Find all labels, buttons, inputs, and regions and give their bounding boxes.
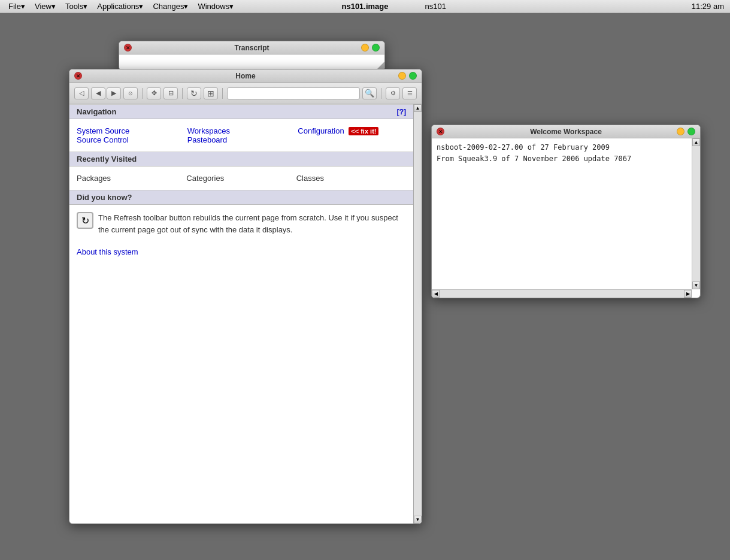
- address-bar[interactable]: [227, 87, 360, 99]
- scrollbar-down-button[interactable]: ▼: [414, 516, 422, 523]
- navigation-label: Navigation: [77, 107, 116, 116]
- recently-visited-grid: Packages Categories Classes: [69, 167, 413, 190]
- home-title: Home: [235, 72, 255, 80]
- did-you-know-header: Did you know?: [69, 190, 413, 205]
- transcript-body: [119, 55, 384, 71]
- forward-button[interactable]: ▶: [107, 87, 121, 99]
- menubar: File▾ View▾ Tools▾ Applications▾ Changes…: [0, 0, 730, 13]
- transcript-maximize-button[interactable]: [372, 44, 380, 52]
- menubar-time: 11:29 am: [692, 2, 724, 11]
- welcome-workspace-window: ✕ Welcome Workspace nsboot-2009-02-27.00…: [431, 125, 701, 298]
- menu-file[interactable]: File▾: [4, 2, 30, 11]
- home-traffic-lights: ✕: [74, 72, 82, 80]
- welcome-minimize-button[interactable]: [677, 128, 684, 135]
- welcome-traffic-lights: ✕: [437, 128, 444, 135]
- welcome-scroll-left[interactable]: ◀: [432, 290, 440, 298]
- welcome-scroll-right[interactable]: ▶: [684, 290, 692, 298]
- welcome-content[interactable]: nsboot-2009-02-27.00 of 27 February 2009…: [432, 138, 700, 284]
- nav-system-source[interactable]: System Source: [77, 126, 129, 135]
- transcript-title-bar: ✕ Transcript: [119, 41, 384, 55]
- nav-system-source-group: System Source Source Control: [77, 126, 185, 144]
- toolbar-sep-3: [222, 88, 223, 99]
- home-button[interactable]: ⊙: [123, 87, 138, 99]
- scrollbar-up-button[interactable]: ▲: [414, 104, 422, 112]
- transcript-window: ✕ Transcript: [119, 41, 385, 71]
- did-you-know-content: ↻ The Refresh toolbar button rebuilds th…: [69, 205, 413, 243]
- nav-source-control[interactable]: Source Control: [77, 135, 129, 144]
- home-scrollbar: ▲ ▼: [413, 104, 422, 523]
- transcript-traffic-lights: ✕: [124, 44, 132, 52]
- stop-button[interactable]: ◁: [74, 87, 89, 99]
- nav-buttons: ◀ ▶: [91, 87, 121, 99]
- about-system-link[interactable]: About this system: [77, 247, 138, 256]
- refresh-icon: ↻: [77, 212, 93, 229]
- welcome-line2: From Squeak3.9 of 7 November 2006 update…: [437, 153, 692, 165]
- navigation-section-header: Navigation [?]: [69, 104, 413, 119]
- welcome-scrollbar-v: ▲ ▼: [692, 138, 700, 289]
- col-classes: Classes: [296, 174, 406, 183]
- settings-button[interactable]: ⚙: [386, 87, 400, 99]
- nav-configuration[interactable]: Configuration: [298, 126, 344, 135]
- nav-workspaces[interactable]: Workspaces: [187, 126, 230, 135]
- toolbar-sep-1: [142, 88, 143, 99]
- did-you-know-label: Did you know?: [77, 193, 132, 202]
- welcome-scroll-up[interactable]: ▲: [692, 138, 700, 146]
- toolbar-sep-4: [381, 88, 381, 99]
- home-window: ✕ Home ◁ ◀ ▶ ⊙ ✥ ⊟ ↻ ⊞ 🔍 ⚙ ☰ Naviga: [69, 69, 422, 524]
- welcome-window-controls: [677, 128, 695, 135]
- home-close-button[interactable]: ✕: [74, 72, 82, 80]
- toolbar-sep-2: [182, 88, 183, 99]
- recently-visited-header: Recently Visited: [69, 152, 413, 167]
- menubar-title: ns101.image: [341, 2, 388, 11]
- prefs-button[interactable]: ☰: [402, 87, 417, 99]
- refresh-button[interactable]: ↻: [187, 87, 201, 99]
- welcome-close-button[interactable]: ✕: [437, 128, 444, 135]
- menu-changes[interactable]: Changes▾: [148, 2, 193, 11]
- fix-it-badge[interactable]: << fix it!: [349, 127, 378, 135]
- welcome-scrollbar-h: ◀ ▶: [432, 289, 692, 298]
- welcome-body: nsboot-2009-02-27.00 of 27 February 2009…: [432, 138, 700, 298]
- col-categories: Categories: [186, 174, 296, 183]
- nav-middle-group: Workspaces Pasteboard: [187, 126, 296, 144]
- welcome-scroll-down[interactable]: ▼: [692, 281, 700, 289]
- recently-visited-label: Recently Visited: [77, 155, 137, 164]
- welcome-maximize-button[interactable]: [687, 128, 695, 135]
- home-content: Navigation [?] System Source Source Cont…: [69, 104, 413, 489]
- menubar-hostname: ns101: [425, 2, 446, 11]
- nav-pasteboard[interactable]: Pasteboard: [187, 135, 228, 144]
- transcript-title: Transcript: [234, 44, 269, 52]
- did-you-know-text: The Refresh toolbar button rebuilds the …: [98, 212, 406, 235]
- zoom-button[interactable]: ⊟: [163, 87, 178, 99]
- col-packages: Packages: [77, 174, 186, 183]
- menu-applications[interactable]: Applications▾: [92, 2, 148, 11]
- nav-grid: System Source Source Control Workspaces …: [69, 119, 413, 152]
- menu-view[interactable]: View▾: [30, 2, 60, 11]
- bookmark-button[interactable]: ⊞: [204, 87, 218, 99]
- transcript-close-button[interactable]: ✕: [124, 44, 132, 52]
- nav-config-group: Configuration << fix it!: [298, 126, 406, 144]
- search-button[interactable]: 🔍: [362, 87, 377, 99]
- home-minimize-button[interactable]: [398, 72, 406, 80]
- home-window-controls: [398, 72, 417, 80]
- home-title-bar: ✕ Home: [69, 69, 422, 83]
- menu-tools[interactable]: Tools▾: [60, 2, 92, 11]
- menu-windows[interactable]: Windows▾: [193, 2, 238, 11]
- move-button[interactable]: ✥: [147, 87, 161, 99]
- home-maximize-button[interactable]: [409, 72, 417, 80]
- transcript-window-controls: [361, 44, 380, 52]
- help-link[interactable]: [?]: [397, 108, 406, 116]
- home-content-area: Navigation [?] System Source Source Cont…: [69, 104, 422, 523]
- welcome-title-bar: ✕ Welcome Workspace: [432, 125, 700, 138]
- transcript-minimize-button[interactable]: [361, 44, 369, 52]
- back-button[interactable]: ◀: [91, 87, 105, 99]
- about-link[interactable]: About this system: [69, 243, 413, 261]
- welcome-title: Welcome Workspace: [530, 128, 602, 136]
- welcome-line1: nsboot-2009-02-27.00 of 27 February 2009: [437, 142, 692, 153]
- home-toolbar: ◁ ◀ ▶ ⊙ ✥ ⊟ ↻ ⊞ 🔍 ⚙ ☰: [69, 83, 422, 104]
